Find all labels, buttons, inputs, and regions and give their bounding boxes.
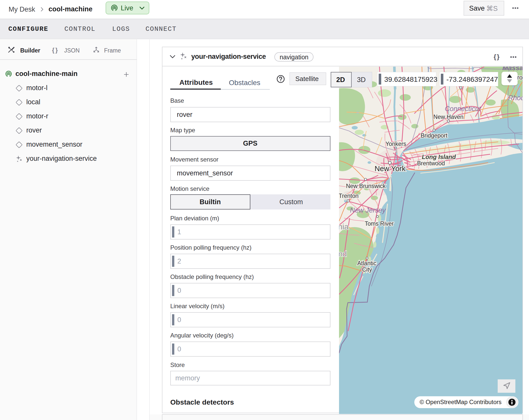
svg-text:Long Island: Long Island (422, 153, 456, 160)
svg-text:Atlantic: Atlantic (357, 260, 376, 267)
svg-text:nd: nd (339, 250, 347, 258)
svg-text:Yonkers: Yonkers (386, 141, 406, 147)
svg-text:Rhod: Rhod (508, 94, 522, 102)
svg-text:Massachu: Massachu (502, 67, 522, 72)
svg-text:nia: nia (339, 222, 349, 231)
svg-text:City: City (362, 266, 372, 273)
svg-text:New Brunswick: New Brunswick (346, 183, 386, 189)
svg-text:New York: New York (375, 165, 406, 173)
svg-text:New Haven: New Haven (434, 114, 464, 120)
svg-text:Brentwood: Brentwood (417, 160, 445, 167)
svg-text:New Jersey: New Jersey (350, 206, 386, 214)
svg-text:Connecticut: Connecticut (445, 105, 481, 113)
svg-text:Bridgeport: Bridgeport (421, 132, 448, 139)
svg-text:Trenton: Trenton (339, 193, 358, 199)
svg-text:Toms River: Toms River (365, 220, 394, 227)
